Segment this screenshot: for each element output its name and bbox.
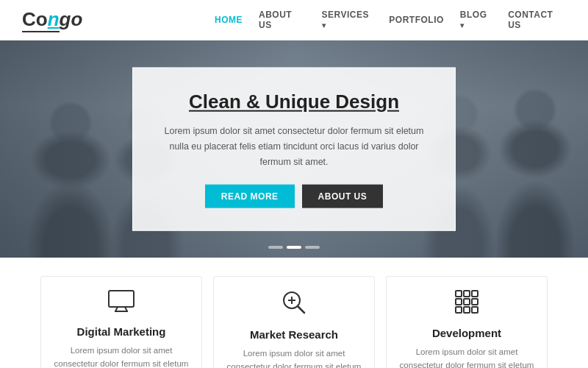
svg-rect-0 (109, 291, 134, 307)
logo-area: Congo (0, 0, 198, 40)
services-section: Digital Marketing Lorem ipsum dolor sit … (0, 258, 588, 368)
svg-rect-8 (456, 291, 462, 297)
svg-rect-15 (464, 307, 470, 313)
dot-3[interactable] (305, 246, 320, 249)
search-plus-icon (226, 290, 362, 321)
svg-rect-11 (456, 299, 462, 305)
svg-line-5 (298, 306, 304, 313)
service-title-research: Market Research (226, 328, 362, 341)
hero-description: Lorem ipsum dolor sit amet consectetur d… (159, 123, 429, 170)
nav-contact[interactable]: CONTACT US (508, 10, 566, 30)
monitor-icon (53, 290, 190, 318)
logo-go: go (60, 8, 83, 30)
nav-services[interactable]: SERVICES (322, 10, 373, 30)
svg-rect-14 (456, 307, 462, 313)
nav-blog[interactable]: BLOG (460, 10, 492, 30)
site-logo[interactable]: Congo (22, 8, 82, 32)
hero-dots (268, 246, 320, 249)
service-card-dev: Development Lorem ipsum dolor sit amet c… (386, 276, 548, 368)
hero-content-box: Clean & Unique Design Lorem ipsum dolor … (132, 67, 456, 231)
svg-rect-9 (464, 291, 470, 297)
header: Congo HOME ABOUT US SERVICES PORTFOLIO B… (0, 0, 588, 40)
about-us-button[interactable]: ABOUT US (302, 185, 384, 208)
grid-icon (398, 290, 535, 319)
hero-title: Clean & Unique Design (159, 90, 429, 113)
logo-co: Co (22, 8, 48, 30)
nav-portfolio[interactable]: PORTFOLIO (389, 15, 444, 25)
nav-about[interactable]: ABOUT US (259, 10, 306, 30)
service-title-digital: Digital Marketing (53, 325, 190, 338)
dot-1[interactable] (268, 246, 283, 249)
main-nav: HOME ABOUT US SERVICES PORTFOLIO BLOG CO… (198, 0, 588, 40)
service-card-digital: Digital Marketing Lorem ipsum dolor sit … (40, 276, 202, 368)
service-text-research: Lorem ipsum dolor sit amet consectetur d… (226, 347, 362, 368)
hero-buttons: READ MORE ABOUT US (159, 185, 429, 208)
logo-n: n (48, 8, 60, 30)
svg-rect-12 (464, 299, 470, 305)
svg-rect-13 (472, 299, 478, 305)
service-text-digital: Lorem ipsum dolor sit amet consectetur d… (53, 344, 190, 368)
read-more-button[interactable]: READ MORE (205, 185, 295, 208)
svg-rect-16 (472, 307, 478, 313)
service-title-dev: Development (398, 327, 535, 339)
dot-2[interactable] (287, 246, 301, 249)
service-text-dev: Lorem ipsum dolor sit amet consectetur d… (398, 345, 535, 368)
nav-home[interactable]: HOME (215, 15, 243, 25)
service-card-research: Market Research Lorem ipsum dolor sit am… (213, 276, 375, 368)
hero-section: Clean & Unique Design Lorem ipsum dolor … (0, 40, 588, 258)
svg-rect-10 (472, 291, 478, 297)
